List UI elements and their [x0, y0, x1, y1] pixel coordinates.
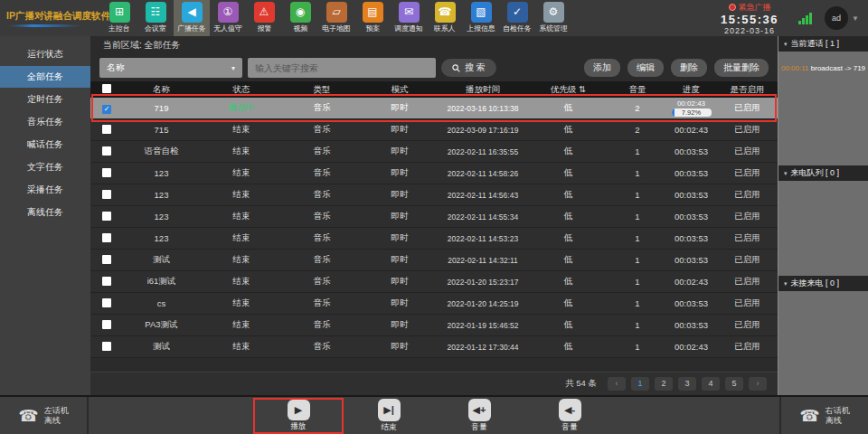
cell-progress: 00:03:53	[665, 298, 717, 308]
table-row[interactable]: PA3测试结束音乐即时2022-01-19 15:46:52低100:03:53…	[90, 315, 778, 336]
cell-mode: 即时	[361, 102, 439, 114]
row-checkbox[interactable]	[102, 168, 111, 177]
nav-item-dispatch-notice[interactable]: ✉调度通知	[391, 0, 427, 36]
table-row[interactable]: 123结束音乐即时2022-02-11 14:53:23低100:03:53已启…	[90, 228, 778, 250]
column-header: 音量	[609, 84, 665, 96]
cell-progress: 00:03:53	[665, 190, 717, 200]
emergency-broadcast-indicator[interactable]: 紧急广播	[721, 2, 778, 14]
row-checkbox[interactable]	[102, 298, 111, 307]
row-checkbox[interactable]	[102, 255, 111, 264]
body-row: 运行状态全部任务定时任务音乐任务喊话任务文字任务采播任务离线任务 当前区域: 全…	[0, 36, 868, 395]
row-checkbox-cell	[90, 277, 123, 288]
sidebar-item-run-status[interactable]: 运行状态	[0, 43, 90, 65]
table-row[interactable]: 123结束音乐即时2022-02-11 14:55:34低100:03:53已启…	[90, 206, 778, 228]
row-checkbox[interactable]	[102, 190, 111, 199]
user-menu-chevron-icon[interactable]: ▼	[852, 14, 859, 23]
nav-item-unattended[interactable]: ①无人值守	[210, 0, 246, 36]
row-checkbox-cell	[90, 298, 123, 309]
cell-mode: 即时	[361, 319, 439, 331]
row-checkbox[interactable]	[102, 125, 111, 134]
cell-priority: 低	[527, 341, 609, 353]
cell-type: 音乐	[283, 146, 361, 157]
nav-item-contacts[interactable]: ☎联系人	[427, 0, 463, 36]
sidebar-item-offline-tasks[interactable]: 离线任务	[0, 202, 90, 223]
table-body: ✓719播放中音乐即时2022-03-16 10:13:38低200:02:43…	[90, 98, 778, 358]
left-phone-icon: ☎	[18, 406, 38, 426]
cell-status: 结束	[200, 189, 283, 201]
nav-item-report-info[interactable]: ▧上报信息	[463, 0, 499, 36]
page-button-3[interactable]: 3	[678, 377, 696, 391]
nav-item-meeting-room[interactable]: ☷会议室	[137, 0, 174, 36]
row-checkbox[interactable]	[102, 342, 111, 351]
sidebar-item-music-tasks[interactable]: 音乐任务	[0, 111, 90, 133]
row-checkbox[interactable]: ✓	[102, 105, 111, 114]
page-button-2[interactable]: 2	[655, 377, 673, 391]
row-checkbox[interactable]	[102, 277, 111, 286]
row-checkbox-cell	[90, 233, 123, 244]
edit-button[interactable]: 编辑	[627, 59, 664, 77]
play-button[interactable]: ▶播放	[253, 398, 344, 434]
search-button[interactable]: 搜 索	[441, 59, 496, 77]
nav-item-plan[interactable]: ▤预案	[354, 0, 391, 36]
nav-item-video[interactable]: ◉视频	[282, 0, 318, 36]
nav-item-system-mgmt[interactable]: ⚙系统管理	[535, 0, 571, 36]
page-button-4[interactable]: 4	[702, 377, 720, 391]
row-checkbox[interactable]	[102, 212, 111, 221]
call-entry[interactable]: 00:00:11 broadcast -> 719	[778, 52, 868, 72]
nav-item-console[interactable]: ⊞主控台	[101, 0, 137, 36]
cell-enabled: 已启用	[717, 189, 778, 201]
search-input[interactable]	[248, 58, 436, 78]
user-avatar[interactable]: ad	[825, 6, 848, 30]
cell-play-time: 2022-01-20 14:25:19	[439, 299, 527, 308]
right-phone-status[interactable]: ☎ 右话机 离线	[779, 397, 868, 434]
table-row[interactable]: 715结束音乐即时2022-03-09 17:16:19低200:02:43已启…	[90, 119, 778, 141]
cell-progress: 00:03:53	[665, 212, 717, 222]
add-button[interactable]: 添加	[584, 59, 620, 77]
section-header-incoming-queue[interactable]: ▾来电队列 [ 0 ]	[778, 165, 868, 181]
section-header-current-calls[interactable]: ▾当前通话 [ 1 ]	[778, 36, 868, 52]
cell-mode: 即时	[361, 341, 439, 353]
nav-item-alarm[interactable]: ⚠报警	[246, 0, 282, 36]
batch-delete-button[interactable]: 批量删除	[714, 59, 769, 77]
volume-up-button[interactable]: ◀+音量	[434, 398, 524, 434]
table-row[interactable]: ✓719播放中音乐即时2022-03-16 10:13:38低200:02:43…	[90, 98, 778, 119]
page-button-1[interactable]: 1	[631, 377, 649, 391]
row-checkbox[interactable]	[102, 146, 111, 156]
cell-status: 结束	[200, 211, 283, 222]
nav-item-self-check[interactable]: ✓自检任务	[499, 0, 535, 36]
left-phone-status[interactable]: ☎ 左话机 离线	[0, 397, 89, 434]
page-button-5[interactable]: 5	[725, 377, 743, 391]
search-icon	[452, 64, 460, 72]
sidebar-item-all-tasks[interactable]: 全部任务	[0, 66, 90, 88]
table-row[interactable]: cs结束音乐即时2022-01-20 14:25:19低100:03:53已启用	[90, 293, 778, 315]
table-row[interactable]: 123结束音乐即时2022-02-11 14:56:43低100:03:53已启…	[90, 184, 778, 206]
table-row[interactable]: 测试结束音乐即时2022-02-11 14:32:11低100:03:53已启用	[90, 250, 778, 271]
sidebar-item-shout-tasks[interactable]: 喊话任务	[0, 134, 90, 156]
row-checkbox[interactable]	[102, 233, 111, 242]
table-row[interactable]: i61测试结束音乐即时2022-01-20 15:23:17低100:02:43…	[90, 271, 778, 293]
sidebar-item-text-tasks[interactable]: 文字任务	[0, 156, 90, 178]
sidebar-item-collect-tasks[interactable]: 采播任务	[0, 179, 90, 201]
stop-button[interactable]: ▶|结束	[344, 398, 434, 434]
filter-field-select[interactable]: 名称 ▾	[99, 58, 242, 78]
delete-button[interactable]: 删除	[671, 59, 707, 77]
nav-item-broadcast-task[interactable]: ◀广播任务	[174, 0, 210, 36]
table-row[interactable]: 123结束音乐即时2022-02-11 14:58:26低100:03:53已启…	[90, 163, 778, 184]
cell-name: 123	[123, 233, 200, 243]
table-row[interactable]: 语音自检结束音乐即时2022-02-11 16:35:55低100:03:53已…	[90, 141, 778, 163]
main-content: 当前区域: 全部任务 名称 ▾ 搜 索 添加 编辑	[90, 36, 778, 395]
cell-type: 音乐	[283, 232, 361, 244]
row-checkbox[interactable]	[102, 320, 111, 329]
page-prev-button[interactable]: ‹	[608, 377, 626, 391]
table-row[interactable]: 测试结束音乐即时2022-01-12 17:30:44低100:02:43已启用	[90, 336, 778, 358]
cell-progress: 00:02:43	[665, 277, 717, 287]
cell-progress: 00:02:43	[665, 125, 717, 135]
sidebar-item-timed-tasks[interactable]: 定时任务	[0, 89, 90, 110]
page-next-button[interactable]: ›	[749, 377, 767, 391]
sort-icon[interactable]: ⇅	[576, 84, 586, 94]
select-all-checkbox[interactable]	[102, 84, 111, 93]
section-header-missed-calls[interactable]: ▾未接来电 [ 0 ]	[778, 276, 868, 291]
volume-down-button[interactable]: ◀-音量	[524, 398, 615, 434]
nav-item-e-map[interactable]: ▱电子地图	[318, 0, 354, 36]
cell-progress: 00:03:53	[665, 320, 717, 330]
